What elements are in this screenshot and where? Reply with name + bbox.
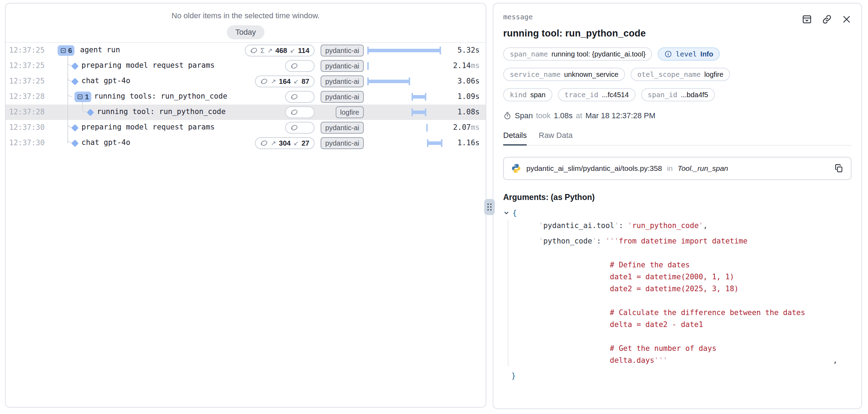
duration-bar: [367, 80, 410, 83]
span-name: chat gpt-4o: [81, 138, 130, 147]
duration-bar-cap: [367, 62, 369, 70]
collapse-count-badge[interactable]: 6: [58, 45, 74, 56]
span-name-pill: span_name running tool: {pydantic_ai.too…: [503, 47, 652, 61]
duration-bar: [412, 95, 426, 99]
span-name: agent run: [80, 46, 120, 54]
tree-elbow-connector: [67, 120, 72, 128]
span-timing-line: Span took 1.08s at Mar 18 12:37:28 PM: [503, 111, 851, 120]
duration-bar-cap: [367, 47, 369, 54]
code-entry-python-code: 'python_code': '''from datetime import d…: [521, 235, 851, 366]
trace-row[interactable]: 12:37:30 preparing model request params …: [6, 120, 486, 135]
trace-row[interactable]: 12:37:25 agent run Σ ↗468 ↙114 pydantic-…: [6, 43, 486, 58]
tree-elbow-connector: [67, 89, 72, 97]
span-name: running tools: run_python_code: [94, 92, 227, 100]
tab-details[interactable]: Details: [503, 131, 527, 146]
archive-panel-icon[interactable]: [802, 14, 812, 25]
duration-bar-cap: [412, 108, 413, 116]
span-name: preparing model request params: [81, 61, 215, 69]
instrumentation-tag: pydantic-ai: [321, 137, 364, 149]
token-count-badge: Σ ↗468 ↙114: [245, 45, 315, 56]
row-timestamp: 12:37:30: [9, 139, 45, 147]
child-count: 6: [68, 47, 72, 55]
service-name-pill: service_name unknown_service: [503, 68, 625, 81]
level-pill: level Info: [658, 47, 720, 61]
instrumentation-tag: pydantic-ai: [321, 60, 364, 72]
token-count-badge: [285, 122, 315, 134]
collapse-minus-icon: [77, 94, 83, 100]
sum-symbol: Σ: [261, 47, 264, 54]
duration-bar-cap: [426, 124, 428, 132]
output-tokens: 87: [302, 78, 309, 86]
instrumentation-tag: pydantic-ai: [321, 75, 364, 87]
instrumentation-tag: pydantic-ai: [321, 91, 364, 103]
token-coin-icon: [290, 93, 298, 100]
row-timestamp: 12:37:28: [9, 108, 45, 116]
row-timestamp: 12:37:25: [9, 46, 45, 54]
token-coin-icon: [260, 78, 268, 85]
token-count-badge: ↗304 ↙27: [255, 137, 315, 149]
trace-row[interactable]: 12:37:25 preparing model request params …: [6, 58, 486, 74]
input-tokens: 164: [279, 78, 290, 86]
info-icon: [664, 50, 672, 58]
tree-elbow-connector: [67, 58, 72, 66]
child-count: 1: [85, 93, 89, 101]
duration-label: 1.08s: [458, 108, 480, 116]
up-arrow-icon: ↗: [267, 47, 272, 54]
trace-list-header: No older items in the selected time wind…: [6, 4, 486, 43]
trace-row[interactable]: 12:37:25 chat gpt-4o ↗164 ↙87 pydantic-a…: [6, 74, 486, 89]
token-coin-icon: [290, 62, 298, 69]
tree-connector-line: [67, 105, 68, 120]
token-count-badge: ↗164 ↙87: [255, 75, 315, 87]
stopwatch-icon: [503, 112, 512, 120]
python-icon: [511, 163, 521, 174]
duration-bar: [427, 141, 442, 145]
duration-label: 1.16s: [458, 139, 480, 147]
timeline-track: [367, 120, 444, 135]
duration-label: 2.14ms: [453, 61, 480, 70]
span-id-pill: span_id ...bda4f5: [641, 88, 715, 101]
close-icon[interactable]: [842, 14, 851, 24]
row-timestamp: 12:37:30: [9, 123, 45, 132]
today-chip[interactable]: Today: [227, 25, 264, 39]
copy-path-button[interactable]: [834, 163, 844, 173]
trace-row[interactable]: 12:37:28 running tools: run_python_code …: [6, 89, 486, 105]
tree-connector-line: [67, 56, 68, 58]
code-entry-tool: 'pydantic_ai.tool': 'run_python_code',: [521, 220, 851, 232]
instrumentation-tag: pydantic-ai: [321, 45, 364, 56]
span-diamond-icon: [71, 78, 79, 85]
token-coin-icon: [250, 47, 258, 54]
trace-row[interactable]: 12:37:28 running tool: run_python_code l…: [6, 105, 486, 120]
collapse-count-badge[interactable]: 1: [74, 92, 91, 102]
token-coin-icon: [290, 109, 298, 116]
panel-resize-handle[interactable]: [484, 199, 495, 215]
token-coin-icon: [260, 140, 268, 147]
timeline-track: [367, 43, 444, 58]
input-tokens: 468: [275, 47, 287, 55]
down-arrow-icon: ↙: [290, 47, 295, 54]
span-diamond-icon: [71, 124, 79, 132]
arguments-heading: Arguments: (as Python): [503, 193, 851, 202]
duration-bar-cap: [409, 78, 410, 85]
message-kicker: message: [503, 13, 533, 21]
row-timestamp: 12:37:25: [9, 61, 45, 70]
token-count-badge: [285, 60, 315, 72]
span-name: running tool: run_python_code: [97, 107, 226, 116]
span-diamond-icon: [71, 62, 79, 70]
collapse-minus-icon: [60, 47, 66, 54]
tab-raw-data[interactable]: Raw Data: [539, 131, 573, 145]
timeline-track: [367, 89, 444, 105]
instrumentation-tag: logfire: [336, 106, 364, 118]
copy-link-icon[interactable]: [822, 14, 832, 25]
close-brace: }: [511, 371, 516, 380]
duration-bar: [367, 49, 441, 52]
down-arrow-icon: ↙: [294, 78, 299, 85]
input-tokens: 304: [279, 139, 290, 147]
detail-tabs: Details Raw Data: [503, 131, 851, 146]
duration-bar-cap: [427, 139, 428, 147]
duration-bar-cap: [441, 139, 442, 147]
trace-row[interactable]: 12:37:30 chat gpt-4o ↗304 ↙27 pydantic-a…: [6, 135, 486, 151]
source-path[interactable]: pydantic_ai_slim/pydantic_ai/tools.py:35…: [526, 164, 662, 173]
collapse-chevron-icon[interactable]: [503, 210, 509, 216]
instrumentation-tag: pydantic-ai: [321, 122, 364, 134]
duration-bar-cap: [425, 93, 426, 101]
